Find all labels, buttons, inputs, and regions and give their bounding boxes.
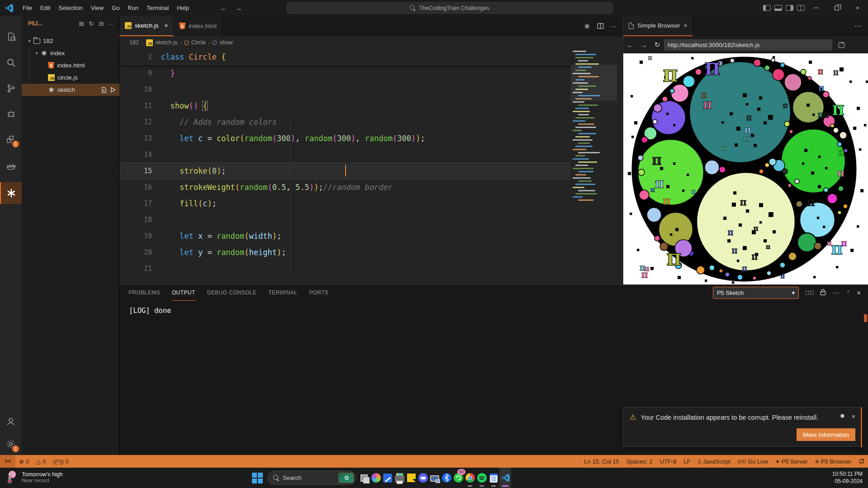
tree-item-sketch[interactable]: sketch [22, 84, 119, 96]
output-channel-select[interactable]: P5 Sketch ▾ [713, 287, 799, 299]
activity-source-control[interactable] [0, 77, 22, 99]
activity-accounts[interactable] [0, 411, 22, 432]
taskbar-app-sticky-notes[interactable] [405, 468, 417, 488]
taskbar-app-whatsapp[interactable]: 50 [452, 468, 464, 488]
browser-forward-icon[interactable]: → [637, 41, 650, 49]
url-input[interactable]: http://localhost:3000/182\sketch.js [664, 39, 832, 51]
tab-close-icon[interactable]: × [165, 22, 168, 29]
menu-help[interactable]: Help [173, 0, 193, 16]
code-line-11[interactable]: 11 show() { [119, 98, 571, 114]
code-line-13[interactable]: 13 let c = color(random(300), random(300… [119, 130, 571, 147]
activity-extensions[interactable]: 1 [0, 128, 22, 150]
status-warning[interactable]: △0 [33, 455, 49, 468]
sticky-scroll-line[interactable]: 2class Circle { [119, 49, 571, 65]
tab-sketch-js[interactable]: JSsketch.js× [119, 16, 174, 36]
activity-p5[interactable] [0, 182, 22, 204]
panel-scrollbar-thumb[interactable] [864, 314, 867, 322]
search-highlight-image[interactable] [338, 473, 354, 483]
menu-edit[interactable]: Edit [36, 0, 54, 16]
more-icon[interactable]: ··· [106, 20, 116, 27]
taskbar-app-snipping-tool[interactable] [382, 468, 394, 488]
status-lf[interactable]: LF [680, 455, 694, 468]
clear-output-icon[interactable]: ≣⃠ [805, 289, 814, 296]
activity-explorer[interactable] [0, 26, 22, 47]
tab-index-html[interactable]: 5index.html [174, 16, 223, 36]
collapse-icon[interactable]: ⊟ [96, 20, 106, 27]
menu-file[interactable]: File [19, 0, 36, 16]
panel-tab-terminal[interactable]: TERMINAL [269, 285, 298, 301]
open-preview-icon[interactable] [101, 87, 107, 93]
taskbar-app-discord[interactable] [417, 468, 429, 488]
status-spaces-2[interactable]: Spaces: 2 [623, 455, 656, 468]
breadcrumb-item[interactable]: 182 [129, 39, 139, 46]
minimap-slider[interactable] [571, 65, 617, 101]
p5-sketch-canvas[interactable]: ΠΠΠΠΠΠΠΠΠΠΠΠΠΠΠΠΠΠΠΠΠΠΠΠΠΠΠΠΠΠΠΠΠΠΠΠΠΠΠ [623, 53, 868, 284]
status-utf-8[interactable]: UTF-8 [656, 455, 680, 468]
new-file-icon[interactable]: ⊞ [76, 20, 86, 27]
taskbar-app-copilot[interactable] [370, 468, 382, 488]
refresh-icon[interactable]: ↻ [86, 20, 96, 27]
tree-item-182[interactable]: ▾182 [22, 35, 119, 47]
taskbar-clock[interactable]: 10:50:11 PM 05-09-2024 [832, 470, 863, 485]
breadcrumb-item[interactable]: Circle [191, 39, 206, 46]
toggle-sidebar-icon[interactable] [763, 5, 771, 11]
panel-more-actions-icon[interactable]: ··· [832, 289, 840, 297]
status-bell[interactable] [855, 455, 868, 468]
start-button[interactable] [250, 468, 265, 488]
code-line-14[interactable]: 14 [119, 147, 571, 163]
status-ln-15-col-15[interactable]: Ln 15, Col 15 [580, 455, 622, 468]
code-line-16[interactable]: 16 strokeWeight(random(0.5, 5.5));//rand… [119, 179, 571, 195]
toggle-panel-icon[interactable] [774, 5, 782, 11]
history-forward-icon[interactable]: → [235, 4, 242, 12]
tab-simple-browser[interactable]: Simple Browser × [623, 16, 693, 36]
maximize-panel-icon[interactable]: ⌃ [846, 290, 850, 296]
customize-layout-icon[interactable] [797, 5, 805, 11]
activity-settings[interactable]: 1 [0, 433, 22, 455]
restore-button[interactable] [826, 0, 847, 16]
code-line-10[interactable]: 10 [119, 81, 571, 98]
lock-scroll-icon[interactable] [820, 289, 826, 297]
notification-close-icon[interactable]: × [852, 413, 855, 421]
panel-tab-debug-console[interactable]: DEBUG CONSOLE [207, 285, 257, 301]
taskbar-app-vscode[interactable] [499, 468, 511, 488]
activity-run-debug[interactable] [0, 103, 22, 125]
browser-more-actions-icon[interactable]: ··· [854, 22, 862, 30]
activity-search[interactable] [0, 52, 22, 73]
taskbar-app-printer[interactable] [394, 468, 405, 488]
menu-view[interactable]: View [87, 0, 108, 16]
taskbar-app-remote-desktop[interactable] [429, 468, 441, 488]
editor-more-actions-icon[interactable]: ··· [610, 23, 617, 30]
activity-docker[interactable] [0, 156, 22, 177]
menu-terminal[interactable]: Terminal [142, 0, 173, 16]
status-go-live[interactable]: ((•))Go Live [734, 455, 772, 468]
status-p5-server[interactable]: ★P5 Server [772, 455, 811, 468]
remote-indicator[interactable]: >< [0, 455, 15, 468]
p5-run-icon[interactable] [583, 23, 591, 30]
toggle-secondary-sidebar-icon[interactable] [786, 5, 793, 11]
browser-reload-icon[interactable]: ↻ [650, 41, 664, 49]
taskbar-weather-widget[interactable]: Tomorrow's high Near record [5, 470, 63, 484]
close-panel-icon[interactable]: × [857, 289, 861, 297]
breadcrumb-item[interactable]: show [219, 39, 232, 46]
breadcrumb[interactable]: 182›JSsketch.js›Circle›show [119, 36, 623, 49]
tree-item-index-html[interactable]: 5index.html [22, 59, 119, 71]
status-antenna[interactable]: ((ᴬ))0 [49, 455, 72, 468]
minimize-button[interactable] [806, 0, 826, 16]
panel-tab-problems[interactable]: PROBLEMS [128, 285, 160, 301]
taskbar-app-bluetooth[interactable] [441, 468, 452, 488]
split-editor-icon[interactable] [597, 23, 604, 29]
browser-back-icon[interactable]: ← [623, 41, 637, 49]
panel-tab-output[interactable]: OUTPUT [172, 285, 195, 301]
run-sketch-icon[interactable] [110, 87, 116, 93]
menu-selection[interactable]: Selection [54, 0, 86, 16]
taskbar-app-task-view[interactable] [358, 468, 370, 488]
code-line-20[interactable]: 20 let y = random(height); [119, 244, 571, 261]
open-external-icon[interactable] [839, 42, 844, 48]
menu-run[interactable]: Run [123, 0, 142, 16]
command-center-search[interactable]: TheCodingTrain Challenges [287, 2, 612, 14]
status-p5-browser[interactable]: ⊕P5 Browser [811, 455, 855, 468]
notification-settings-icon[interactable] [839, 413, 845, 421]
menu-go[interactable]: Go [108, 0, 123, 16]
taskbar-search-box[interactable]: Search [267, 471, 356, 485]
panel-tab-ports[interactable]: PORTS [309, 285, 328, 301]
